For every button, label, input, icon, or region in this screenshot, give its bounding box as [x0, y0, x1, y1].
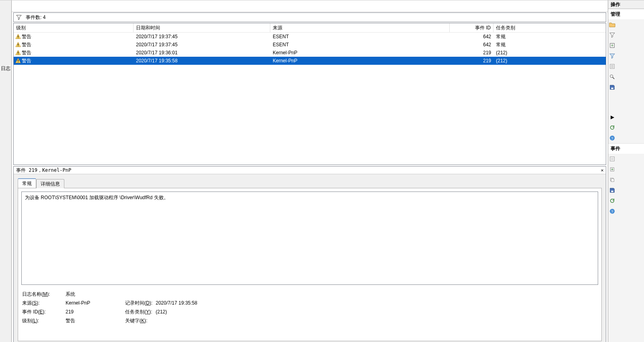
app-root: 日志 事件数: 4 级别 日期和时间 来源 事件 ID 任务类别 警告2020/…: [0, 0, 644, 342]
svg-rect-18: [610, 157, 615, 161]
cell-task: 常规: [494, 41, 606, 49]
help-icon-2: ?: [609, 208, 615, 214]
cell-id: 642: [450, 33, 494, 41]
funnel-icon: [16, 14, 22, 20]
attach-task-icon: [609, 166, 615, 173]
cell-id: 219: [450, 57, 494, 65]
prop-label-level: 级别(L):: [22, 317, 66, 324]
svg-line-14: [613, 77, 614, 79]
prop-row-source: 来源(S): Kernel-PnP 记录时间(D): 2020/7/17 19:…: [22, 299, 598, 307]
warning-icon: [15, 58, 21, 64]
filter-bar[interactable]: 事件数: 4: [13, 12, 606, 22]
main-column: 事件数: 4 级别 日期和时间 来源 事件 ID 任务类别 警告2020/7/1…: [12, 0, 608, 342]
prop-label-rectime: 记录时间(D):: [125, 300, 156, 307]
actions-pane: 操作 管理: [608, 0, 644, 342]
funnel-blue-icon: [609, 53, 615, 59]
cell-level: 警告: [14, 33, 134, 41]
action-filter-current[interactable]: [608, 51, 644, 61]
cell-id: 642: [450, 41, 494, 49]
cell-task: 常规: [494, 33, 606, 41]
event-properties: 日志名称(M): 系统 来源(S): Kernel-PnP 记录时间(D): 2…: [21, 290, 598, 325]
top-gap: [12, 0, 608, 12]
cell-level-text: 警告: [22, 49, 31, 57]
event-list-header[interactable]: 级别 日期和时间 来源 事件 ID 任务类别: [14, 23, 606, 33]
col-header-task[interactable]: 任务类别: [494, 23, 606, 32]
action-save-selected[interactable]: [608, 185, 644, 196]
prop-value-level: 警告: [66, 317, 125, 324]
cell-source: Kernel-PnP: [270, 49, 450, 57]
prop-value-taskcat: (212): [156, 309, 598, 315]
col-header-level[interactable]: 级别: [14, 23, 134, 32]
funnel-small-icon: [609, 32, 615, 38]
cell-date: 2020/7/17 19:35:58: [134, 57, 270, 65]
svg-rect-15: [611, 88, 613, 89]
tab-details[interactable]: 详细信息: [36, 179, 64, 188]
col-header-id[interactable]: 事件 ID: [450, 23, 494, 32]
properties-icon: [609, 63, 615, 70]
copy-icon: [609, 177, 615, 183]
details-title-text: 事件 219，Kernel-PnP: [16, 167, 71, 174]
cell-level: 警告: [14, 57, 134, 65]
help-icon: ?: [609, 135, 615, 141]
action-help-2[interactable]: ?: [608, 206, 644, 216]
warning-icon: [15, 50, 21, 56]
action-copy[interactable]: [608, 175, 644, 185]
action-open-saved-log[interactable]: [608, 19, 644, 30]
actions-section-2: 事件: [608, 143, 644, 154]
action-properties[interactable]: [608, 61, 644, 72]
folder-icon: [609, 21, 615, 28]
details-tabs: 常规 详细信息: [14, 177, 606, 188]
cell-task: (212): [494, 49, 606, 57]
svg-rect-0: [18, 35, 18, 37]
save-icon: [609, 84, 615, 91]
svg-rect-2: [18, 43, 18, 45]
event-list: 级别 日期和时间 来源 事件 ID 任务类别 警告2020/7/17 19:37…: [13, 23, 606, 165]
details-panel: 事件 219，Kernel-PnP ✕ 常规 详细信息 为设备 ROOT\SYS…: [13, 166, 606, 342]
cell-id: 219: [450, 49, 494, 57]
action-import-view[interactable]: [608, 40, 644, 51]
cell-date: 2020/7/17 19:36:01: [134, 49, 270, 57]
col-header-source[interactable]: 来源: [270, 23, 450, 32]
svg-rect-7: [18, 62, 18, 62]
prop-label-keyword: 关键字(K):: [125, 317, 156, 324]
action-help-1[interactable]: ?: [608, 133, 644, 143]
warning-icon: [15, 34, 21, 39]
cell-level-text: 警告: [22, 33, 31, 41]
prop-value-eventid: 219: [66, 309, 125, 315]
table-row[interactable]: 警告2020/7/17 19:37:45ESENT642常规: [14, 33, 606, 41]
cell-task: (212): [494, 57, 606, 65]
svg-rect-5: [18, 54, 18, 54]
cell-level: 警告: [14, 49, 134, 57]
event-count-label: 事件数: 4: [26, 14, 45, 21]
col-header-date[interactable]: 日期和时间: [134, 23, 270, 32]
svg-text:?: ?: [611, 210, 613, 214]
action-view[interactable]: ▶: [608, 112, 644, 122]
table-row[interactable]: 警告2020/7/17 19:35:58Kernel-PnP219(212): [14, 57, 606, 65]
cell-level-text: 警告: [22, 41, 31, 49]
svg-rect-6: [18, 60, 18, 61]
cell-source: Kernel-PnP: [270, 57, 450, 65]
action-refresh-2[interactable]: [608, 196, 644, 206]
action-event-properties[interactable]: [608, 154, 644, 164]
prop-value-source: Kernel-PnP: [66, 300, 125, 306]
prop-value-logname: 系统: [66, 291, 125, 298]
event-rows[interactable]: 警告2020/7/17 19:37:45ESENT642常规警告2020/7/1…: [14, 33, 606, 165]
table-row[interactable]: 警告2020/7/17 19:36:01Kernel-PnP219(212): [14, 49, 606, 57]
save-selected-icon: [609, 187, 615, 194]
action-find[interactable]: [608, 72, 644, 82]
import-icon: [609, 42, 615, 49]
cell-date: 2020/7/17 19:37:45: [134, 41, 270, 49]
actions-section-1: 管理: [608, 9, 644, 19]
close-icon[interactable]: ✕: [599, 167, 606, 174]
action-attach-task[interactable]: [608, 164, 644, 175]
action-create-view[interactable]: [608, 30, 644, 40]
table-row[interactable]: 警告2020/7/17 19:37:45ESENT642常规: [14, 41, 606, 49]
prop-row-level: 级别(L): 警告 关键字(K):: [22, 316, 598, 325]
cell-date: 2020/7/17 19:37:45: [134, 33, 270, 41]
left-nav-sliver: 日志: [0, 0, 12, 342]
action-save[interactable]: [608, 82, 644, 93]
warning-icon: [15, 42, 21, 47]
action-refresh[interactable]: [608, 122, 644, 133]
tab-general[interactable]: 常规: [18, 178, 36, 188]
refresh-icon: [609, 124, 615, 131]
